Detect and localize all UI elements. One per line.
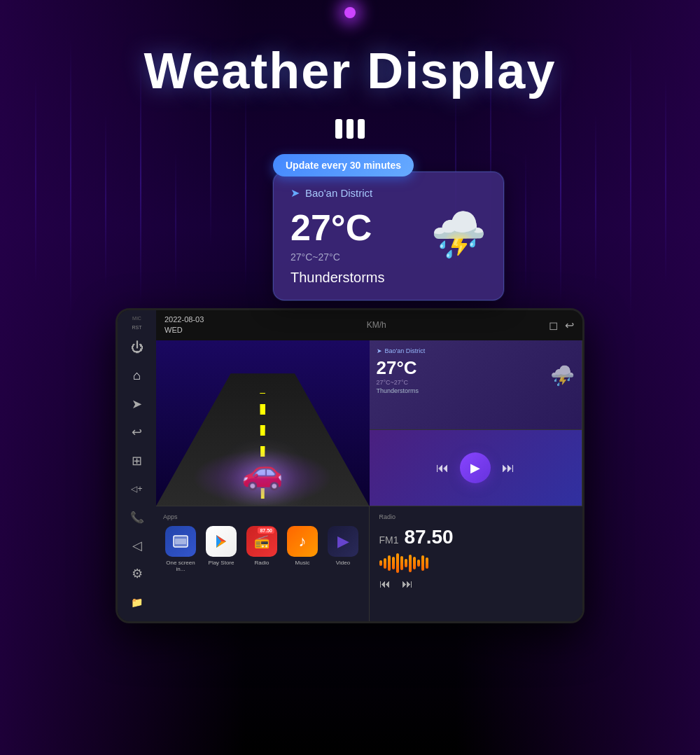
play-button[interactable]: ▶ [460, 452, 491, 483]
music-app-icon: ♪ [287, 526, 318, 557]
square-icon: ◻ [549, 319, 558, 332]
road-glow [192, 450, 332, 506]
day-text: WED [164, 325, 204, 335]
weather-widget: ➤ Bao'an District 27°C 27°C~27°C Thunder… [370, 340, 583, 430]
radio-section: Radio FM1 87.50 ⏮ ⏭ [370, 506, 583, 623]
playstore-label: Play Store [209, 560, 234, 566]
back2-button[interactable]: ◁ [125, 534, 150, 557]
rst-label: RST [132, 325, 142, 330]
radio-band: FM1 [379, 534, 399, 546]
nav-button[interactable]: ➤ [125, 392, 150, 416]
app-radio[interactable]: 87.50 📻 Radio [244, 526, 279, 572]
music-player: ⏮ ▶ ⏭ [370, 430, 583, 506]
mini-temp: 27°C [377, 357, 419, 379]
weather-location: ➤ Bao'an District [290, 186, 486, 200]
weather-card: ➤ Bao'an District 27°C 27°C~27°C ⛈️ Thun… [273, 172, 504, 300]
video-app-icon: ▶ [328, 526, 358, 557]
top-icons: ◻ ↩ [549, 319, 574, 332]
mini-weather-icon: ⛈️ [550, 364, 575, 387]
datetime-display: 2022-08-03 WED [164, 314, 204, 336]
sidebar: MIC RST ⏻ ⌂ ➤ ↩ ⊞ ◁+ 📞 ◁ ⚙ 📁 [118, 310, 156, 621]
app-playstore[interactable]: Play Store [204, 526, 239, 572]
video-app-label: Video [336, 560, 350, 566]
weather-description: Thunderstorms [290, 270, 486, 286]
playstore-icon [206, 526, 237, 557]
weather-cloud-icon: ⛈️ [430, 212, 486, 257]
road-visual: 🚗 [156, 340, 370, 507]
settings-button[interactable]: ⚙ [125, 562, 150, 586]
mini-location: ➤ Bao'an District [377, 347, 575, 354]
date-text: 2022-08-03 [164, 314, 204, 325]
return-icon: ↩ [565, 319, 574, 332]
radio-app-icon: 87.50 📻 [246, 526, 277, 557]
location-icon: ➤ [290, 186, 300, 200]
weather-temperature: 27°C [290, 207, 372, 249]
weather-update-badge: Update every 30 minutes [273, 154, 414, 176]
radio-prev-button[interactable]: ⏮ [379, 578, 391, 590]
svg-rect-1 [175, 539, 186, 544]
weather-popup: Update every 30 minutes ➤ Bao'an Distric… [273, 154, 504, 300]
radio-controls: ⏮ ⏭ [379, 578, 573, 590]
bars-icon [335, 119, 365, 139]
apps-grid: One screen in... Play Store [163, 526, 362, 572]
onescreen-icon [165, 526, 196, 557]
music-app-label: Music [295, 560, 310, 566]
car-head-unit: MIC RST ⏻ ⌂ ➤ ↩ ⊞ ◁+ 📞 ◁ ⚙ 📁 2022-08-03 … [115, 308, 584, 623]
main-content-area: 2022-08-03 WED KM/h ◻ ↩ ➤ Bao'an Distric… [156, 310, 582, 621]
next-track-button[interactable]: ⏭ [502, 461, 514, 476]
back-button[interactable]: ↩ [125, 420, 150, 444]
volume-button[interactable]: ◁+ [125, 477, 150, 501]
app-video[interactable]: ▶ Video [326, 526, 360, 572]
content-grid: ➤ Bao'an District 27°C 27°C~27°C Thunder… [156, 340, 582, 623]
top-bar: 2022-08-03 WED KM/h ◻ ↩ [156, 310, 582, 340]
radio-next-button[interactable]: ⏭ [402, 578, 413, 590]
radio-frequency: FM1 87.50 [379, 526, 573, 548]
overhead-light [344, 7, 356, 18]
apps-label: Apps [163, 513, 362, 520]
radio-hz: 87.50 [405, 526, 454, 548]
app-onescreen[interactable]: One screen in... [163, 526, 198, 572]
radio-app-label: Radio [255, 560, 270, 566]
power-button[interactable]: ⏻ [125, 335, 150, 359]
weather-range: 27°C~27°C [290, 251, 372, 263]
mini-desc: Thunderstorms [377, 387, 419, 394]
speed-display: KM/h [367, 320, 386, 330]
radio-waveform [379, 553, 573, 574]
apps-section: Apps One screen in... [156, 506, 370, 623]
weather-location-name: Bao'an District [305, 187, 372, 199]
onescreen-label: One screen in... [163, 560, 198, 572]
weather-main: 27°C 27°C~27°C ⛈️ [290, 207, 486, 263]
mini-range: 27°C~27°C [377, 379, 419, 386]
mini-location-text: Bao'an District [385, 347, 426, 354]
music-controls: ⏮ ▶ ⏭ [436, 452, 514, 483]
prev-track-button[interactable]: ⏮ [436, 461, 449, 476]
folder-button[interactable]: 📁 [125, 590, 150, 614]
radio-label: Radio [379, 513, 573, 520]
app-music[interactable]: ♪ Music [285, 526, 320, 572]
mic-label: MIC [132, 316, 141, 321]
page-title: Weather Display [0, 42, 700, 99]
phone-button[interactable]: 📞 [125, 505, 150, 529]
home-button[interactable]: ⌂ [125, 363, 150, 387]
mini-location-icon: ➤ [377, 347, 382, 354]
apps-button[interactable]: ⊞ [125, 449, 150, 473]
